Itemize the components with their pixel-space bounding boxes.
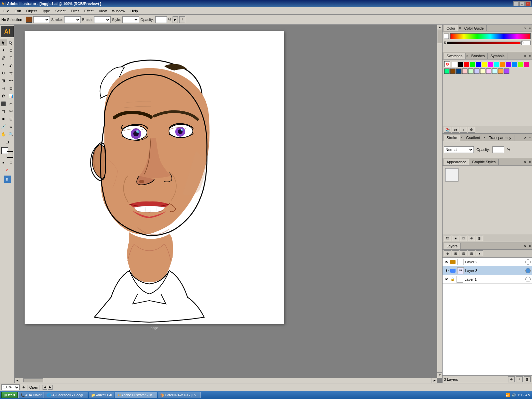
tab-color-guide[interactable]: Color Guide (462, 25, 487, 31)
add-new-fill-btn[interactable]: ■ (452, 235, 459, 241)
print-tiling-tool[interactable]: ⊡ (4, 138, 11, 146)
duplicate-item-btn[interactable]: ⊕ (468, 235, 475, 241)
layer-3-color[interactable] (450, 269, 456, 273)
eraser-tool[interactable]: ◻ (0, 108, 7, 115)
swatch-item[interactable] (444, 68, 450, 74)
swatches-panel-header[interactable]: Swatches × Brushes Symbols × ≡ (443, 52, 532, 60)
zoom-icon[interactable]: ⊕ (21, 385, 26, 390)
swatch-item[interactable] (458, 62, 463, 67)
add-new-effect-btn[interactable]: fx (444, 235, 451, 241)
menu-object[interactable]: Object (24, 8, 40, 14)
start-button[interactable]: ⊞ start (1, 392, 18, 398)
new-layer-btn[interactable]: + (516, 376, 523, 382)
swatch-item[interactable] (488, 62, 493, 67)
swatch-item[interactable] (462, 68, 467, 74)
tab-stroke[interactable]: Stroke (444, 135, 460, 141)
vertical-scrollbar[interactable]: ▲ ▼ (437, 25, 442, 378)
scroll-thumb-h[interactable] (23, 378, 43, 382)
swatch-item[interactable] (474, 68, 479, 74)
selection-tool[interactable] (0, 39, 7, 46)
taskbar-item-aha[interactable]: 📞 AHA Dialer (18, 392, 44, 398)
magic-wand-tool[interactable]: ✦ (0, 47, 7, 54)
tab-brushes[interactable]: Brushes (469, 53, 488, 59)
tab-symbols[interactable]: Symbols (488, 53, 507, 59)
delete-swatch-btn[interactable]: 🗑 (468, 127, 475, 133)
stroke-panel-menu[interactable]: ≡ (529, 136, 531, 139)
appearance-panel-header[interactable]: Appearance Graphic Styles × ≡ (443, 158, 532, 166)
tab-gradient[interactable]: Gradient (464, 135, 483, 141)
taskbar-item-karikatur[interactable]: 📁 karikatur Ai (89, 392, 114, 398)
minimize-button[interactable]: _ (513, 1, 519, 6)
fill-stroke-selector[interactable] (1, 147, 13, 158)
tab-scroll-left[interactable]: ◀ (43, 385, 47, 390)
tab-scroll-right[interactable]: ▶ (48, 385, 53, 390)
swatch-item[interactable] (512, 62, 517, 67)
swatch-lib-btn[interactable]: 📚 (444, 127, 451, 133)
tab-layers[interactable]: Layers (444, 243, 461, 249)
opacity-options-btn[interactable]: ⋮ (179, 16, 185, 23)
make-sublayer-btn[interactable]: ⊕ (508, 376, 515, 382)
type-tool[interactable]: T (7, 54, 15, 62)
tab-swatches[interactable]: Swatches (444, 53, 466, 59)
layer-2-eye[interactable]: 👁 (444, 259, 449, 265)
fill-indicator[interactable] (444, 34, 449, 39)
opacity-value-stroke[interactable]: 19 (492, 146, 504, 153)
width-tool[interactable]: ⊣ (0, 85, 7, 92)
swatches-panel-menu[interactable]: ≡ (529, 54, 531, 58)
swatch-item[interactable] (492, 68, 497, 74)
scroll-thumb-v[interactable] (438, 30, 442, 43)
swatch-item[interactable] (486, 68, 491, 74)
menu-window[interactable]: Window (109, 8, 128, 14)
zoom-tool[interactable]: 🔍 (7, 131, 15, 138)
fill-color-box[interactable] (26, 17, 32, 23)
swatch-item[interactable] (468, 68, 473, 74)
bar-graph-tool[interactable]: 📊 (7, 92, 15, 100)
swatch-item[interactable] (476, 62, 481, 67)
direct-selection-tool[interactable] (7, 39, 15, 46)
mesh-tool[interactable]: ⊞ (7, 115, 15, 123)
color-panel-header[interactable]: Color × Color Guide × ≡ (443, 25, 532, 32)
appearance-panel-menu[interactable]: ≡ (529, 160, 531, 164)
artboard-tool[interactable]: ⬛ (0, 100, 7, 107)
swatch-item[interactable] (482, 62, 487, 67)
swatches-panel-close[interactable]: × (523, 54, 527, 58)
appearance-panel-close[interactable]: × (523, 160, 527, 164)
menu-effect[interactable]: Effect (81, 8, 96, 14)
gradient-fill-btn[interactable]: □ (7, 159, 15, 166)
horizontal-scrollbar[interactable]: ◀ ▶ (15, 378, 437, 383)
opacity-input[interactable]: 19 (155, 16, 167, 23)
layers-panel-close[interactable]: × (523, 244, 527, 248)
release-to-layers-btn[interactable]: ⊡ (460, 250, 467, 256)
swatch-item[interactable] (480, 68, 485, 74)
scroll-up-btn[interactable]: ▲ (437, 25, 442, 30)
taskbar-item-illustrator[interactable]: Ai Adobe Illustrator - [in... (115, 392, 157, 398)
layer-1-lock-icon[interactable]: 🔒 (450, 277, 455, 282)
tab-graphic-styles[interactable]: Graphic Styles (469, 159, 499, 165)
symbol-tool[interactable]: ✿ (0, 92, 7, 100)
swatch-item[interactable] (518, 62, 523, 67)
layer-1-eye[interactable]: 👁 (444, 277, 449, 282)
stroke-swatch[interactable] (7, 151, 13, 158)
r-channel-slider[interactable] (447, 42, 521, 44)
none-fill-btn[interactable]: ⊘ (4, 167, 11, 174)
reflect-tool[interactable]: ⇆ (7, 69, 15, 77)
color-panel-close[interactable]: × (523, 26, 527, 30)
color-panel-menu[interactable]: ≡ (529, 27, 531, 30)
layer-row-3[interactable]: 👁 🖼 Layer 3 (443, 266, 532, 275)
line-tool[interactable]: / (0, 62, 7, 69)
blend-mode-select[interactable]: Normal Multiply Screen Overlay (444, 146, 474, 153)
new-color-group-btn[interactable]: 🗂 (452, 127, 459, 133)
menu-edit[interactable]: Edit (12, 8, 24, 14)
hand-tool[interactable]: ✋ (0, 131, 7, 138)
eyedropper-tool[interactable]: 💉 (0, 123, 7, 130)
layer-1-select-circle[interactable] (525, 277, 531, 282)
paint-brush-tool[interactable]: 🖌 (7, 62, 15, 69)
lasso-tool[interactable]: ⊙ (7, 47, 15, 54)
menu-select[interactable]: Select (53, 8, 68, 14)
free-transform-tool[interactable]: ⊠ (7, 85, 15, 92)
slice-tool[interactable]: ✂ (7, 100, 15, 107)
color-mode-btn[interactable]: ■ (0, 159, 7, 166)
scroll-down-btn[interactable]: ▼ (437, 372, 442, 378)
swatch-item[interactable] (494, 62, 499, 67)
collect-in-new-layer-btn[interactable]: ⊞ (452, 250, 459, 256)
